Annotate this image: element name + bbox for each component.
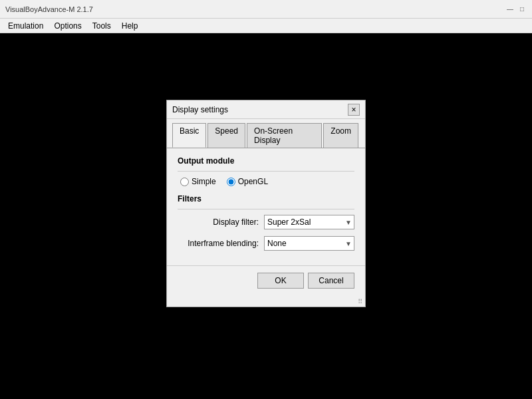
radio-simple-text: Simple: [192, 177, 216, 186]
maximize-button[interactable]: □: [517, 5, 527, 14]
dialog-title: Display settings: [172, 105, 228, 114]
display-filter-row: Display filter: None Super 2xSal Super E…: [178, 215, 354, 229]
menu-tools[interactable]: Tools: [87, 20, 116, 32]
tab-speed[interactable]: Speed: [207, 123, 245, 148]
window-controls: — □: [505, 5, 527, 14]
dialog-buttons-area: OK Cancel: [167, 265, 365, 297]
title-bar: VisualBoyAdvance-M 2.1.7 — □: [0, 0, 532, 19]
radio-opengl-text: OpenGL: [238, 177, 268, 186]
filters-section: Filters Display filter: None Super 2xSal…: [178, 194, 354, 251]
app-title: VisualBoyAdvance-M 2.1.7: [5, 5, 93, 13]
radio-opengl-label[interactable]: OpenGL: [227, 177, 268, 186]
dialog-body: Output module Simple OpenGL Filters: [167, 148, 365, 265]
tab-basic[interactable]: Basic: [172, 123, 206, 148]
main-area: Display settings × Basic Speed On-Screen…: [0, 33, 532, 399]
minimize-button[interactable]: —: [505, 5, 515, 14]
display-settings-dialog: Display settings × Basic Speed On-Screen…: [166, 100, 366, 307]
interframe-blending-row: Interframe blending: None Motion Blur Sm…: [178, 236, 354, 251]
radio-opengl[interactable]: [227, 178, 235, 186]
dialog-tabs: Basic Speed On-Screen Display Zoom: [167, 119, 365, 148]
interframe-blending-select[interactable]: None Motion Blur Smart: [264, 236, 354, 251]
tab-zoom[interactable]: Zoom: [323, 123, 358, 148]
display-filter-select[interactable]: None Super 2xSal Super Eagle Pixelate Mo…: [264, 215, 354, 229]
radio-simple-label[interactable]: Simple: [180, 177, 216, 186]
radio-simple[interactable]: [180, 178, 189, 186]
filters-title: Filters: [178, 194, 354, 203]
menu-options[interactable]: Options: [49, 20, 86, 32]
cancel-button[interactable]: Cancel: [308, 273, 354, 289]
ok-button[interactable]: OK: [257, 273, 304, 289]
tab-on-screen-display[interactable]: On-Screen Display: [247, 123, 322, 148]
display-filter-select-wrapper: None Super 2xSal Super Eagle Pixelate Mo…: [264, 215, 354, 229]
output-module-title: Output module: [178, 156, 354, 166]
menu-bar: Emulation Options Tools Help: [0, 19, 532, 33]
menu-emulation[interactable]: Emulation: [3, 20, 49, 32]
output-module-radio-group: Simple OpenGL: [178, 177, 354, 186]
interframe-blending-select-wrapper: None Motion Blur Smart ▼: [264, 236, 354, 251]
modal-overlay: Display settings × Basic Speed On-Screen…: [0, 66, 532, 399]
dialog-close-button[interactable]: ×: [348, 104, 360, 116]
display-filter-label: Display filter:: [178, 217, 264, 227]
filters-divider: [178, 209, 354, 209]
dialog-title-bar: Display settings ×: [167, 100, 365, 119]
menu-help[interactable]: Help: [116, 20, 144, 32]
resize-grip: ⠿: [167, 297, 365, 307]
interframe-blending-label: Interframe blending:: [178, 239, 264, 248]
output-module-divider: [178, 171, 354, 172]
